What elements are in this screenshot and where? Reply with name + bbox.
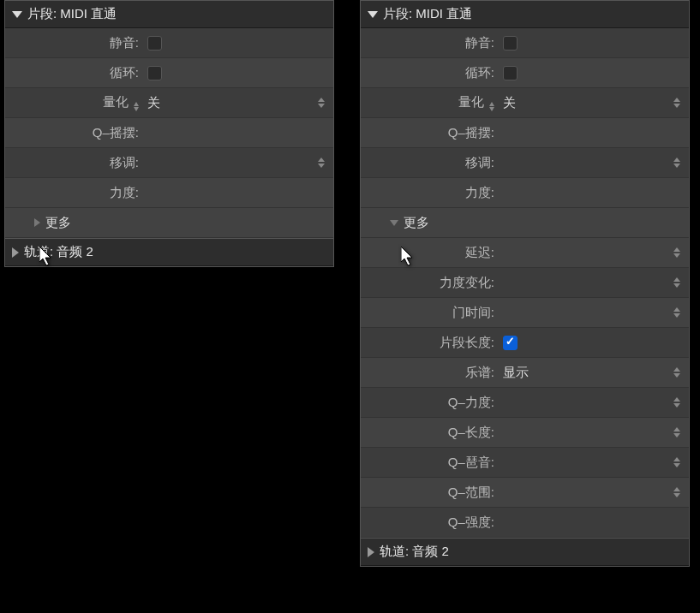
score-value-text: 显示 xyxy=(503,365,529,381)
disclosure-right-icon xyxy=(12,247,19,258)
track-section-header[interactable]: 轨道: 音频 2 xyxy=(5,238,333,266)
mute-checkbox[interactable] xyxy=(147,36,162,51)
quantize-label-stepper-icon xyxy=(134,102,139,111)
score-value[interactable]: 显示 xyxy=(498,365,689,381)
loop-checkbox[interactable] xyxy=(147,66,162,80)
stepper-icon[interactable] xyxy=(673,277,680,288)
qflam-row: Q–琶音: xyxy=(361,448,689,478)
qstrength-row: Q–强度: xyxy=(361,508,689,538)
stepper-icon[interactable] xyxy=(673,397,680,408)
stepper-icon[interactable] xyxy=(673,247,680,258)
quantize-label: 量化 xyxy=(5,94,142,111)
transpose-row: 移调: xyxy=(361,148,689,178)
mute-checkbox[interactable] xyxy=(503,36,518,51)
mute-label: 静音: xyxy=(5,35,142,51)
disclosure-right-icon xyxy=(368,547,374,557)
stepper-icon[interactable] xyxy=(673,427,680,437)
mute-value[interactable] xyxy=(498,36,689,51)
region-header-label: 片段: MIDI 直通 xyxy=(27,6,117,22)
inspector-panel-collapsed: 片段: MIDI 直通 静音: 循环: 量化 关 Q–摇摆: 移调: 力度: xyxy=(4,0,334,267)
loop-value[interactable] xyxy=(498,66,689,80)
stepper-icon[interactable] xyxy=(673,307,680,318)
qlen-label: Q–长度: xyxy=(361,425,498,441)
velrange-row: 力度变化: xyxy=(361,268,689,298)
velocity-label: 力度: xyxy=(5,185,142,201)
qswing-row: Q–摇摆: xyxy=(361,118,689,148)
qswing-row: Q–摇摆: xyxy=(5,118,333,148)
inspector-panel-expanded: 片段: MIDI 直通 静音: 循环: 量化 关 Q–摇摆: 移调: 力度: 更… xyxy=(360,0,690,567)
transpose-label: 移调: xyxy=(361,155,498,171)
disclosure-down-icon xyxy=(368,11,378,18)
track-section-header[interactable]: 轨道: 音频 2 xyxy=(361,538,689,566)
stepper-icon[interactable] xyxy=(673,98,680,108)
velocity-row: 力度: xyxy=(361,178,689,208)
qvel-row: Q–力度: xyxy=(361,388,689,418)
track-header-label: 轨道: 音频 2 xyxy=(24,244,93,260)
cliplen-value[interactable] xyxy=(498,336,689,350)
stepper-icon[interactable] xyxy=(673,487,680,497)
more-disclosure[interactable]: 更多 xyxy=(361,208,689,238)
mute-row: 静音: xyxy=(5,28,333,58)
more-disclosure[interactable]: 更多 xyxy=(5,208,333,238)
region-header-label: 片段: MIDI 直通 xyxy=(383,6,472,22)
region-section-header[interactable]: 片段: MIDI 直通 xyxy=(5,1,333,28)
loop-row: 循环: xyxy=(5,58,333,88)
quantize-label-stepper-icon xyxy=(489,102,494,111)
qstrength-label: Q–强度: xyxy=(361,515,498,531)
cliplen-label: 片段长度: xyxy=(361,335,498,351)
cliplen-row: 片段长度: xyxy=(361,328,689,358)
loop-value[interactable] xyxy=(142,66,333,80)
quantize-label: 量化 xyxy=(361,94,498,111)
velocity-label: 力度: xyxy=(361,185,498,201)
quantize-value[interactable]: 关 xyxy=(142,95,333,111)
loop-label: 循环: xyxy=(5,65,142,81)
region-section-header[interactable]: 片段: MIDI 直通 xyxy=(361,1,689,28)
cliplen-checkbox[interactable] xyxy=(503,336,518,350)
quantize-value-text: 关 xyxy=(503,95,516,111)
more-label: 更多 xyxy=(45,215,71,231)
stepper-icon[interactable] xyxy=(318,158,325,168)
mute-label: 静音: xyxy=(361,35,498,51)
qrange-label: Q–范围: xyxy=(361,485,498,501)
qflam-label: Q–琶音: xyxy=(361,455,498,471)
stepper-icon[interactable] xyxy=(318,98,325,108)
mute-value[interactable] xyxy=(142,36,333,51)
qswing-label: Q–摇摆: xyxy=(361,125,498,141)
transpose-label: 移调: xyxy=(5,155,142,171)
score-label: 乐谱: xyxy=(361,365,498,381)
loop-label: 循环: xyxy=(361,65,498,81)
qrange-row: Q–范围: xyxy=(361,478,689,508)
score-row: 乐谱: 显示 xyxy=(361,358,689,388)
velocity-row: 力度: xyxy=(5,178,333,208)
delay-row: 延迟: xyxy=(361,238,689,268)
stepper-icon[interactable] xyxy=(673,367,680,378)
stepper-icon[interactable] xyxy=(673,457,680,467)
disclosure-down-icon xyxy=(390,220,398,226)
quantize-row: 量化 关 xyxy=(361,88,689,118)
track-header-label: 轨道: 音频 2 xyxy=(380,544,449,560)
loop-checkbox[interactable] xyxy=(503,66,518,80)
quantize-row: 量化 关 xyxy=(5,88,333,118)
delay-label: 延迟: xyxy=(361,245,498,261)
disclosure-down-icon xyxy=(12,11,22,18)
more-label: 更多 xyxy=(404,215,429,231)
loop-row: 循环: xyxy=(361,58,689,88)
mute-row: 静音: xyxy=(361,28,689,58)
quantize-value[interactable]: 关 xyxy=(498,95,689,111)
qswing-label: Q–摇摆: xyxy=(5,125,142,141)
transpose-row: 移调: xyxy=(5,148,333,178)
stepper-icon[interactable] xyxy=(673,158,680,168)
disclosure-right-icon xyxy=(34,218,40,227)
quantize-value-text: 关 xyxy=(147,95,160,111)
qlen-row: Q–长度: xyxy=(361,418,689,448)
qvel-label: Q–力度: xyxy=(361,395,498,411)
gate-label: 门时间: xyxy=(361,305,498,321)
gate-row: 门时间: xyxy=(361,298,689,328)
velrange-label: 力度变化: xyxy=(361,275,498,291)
